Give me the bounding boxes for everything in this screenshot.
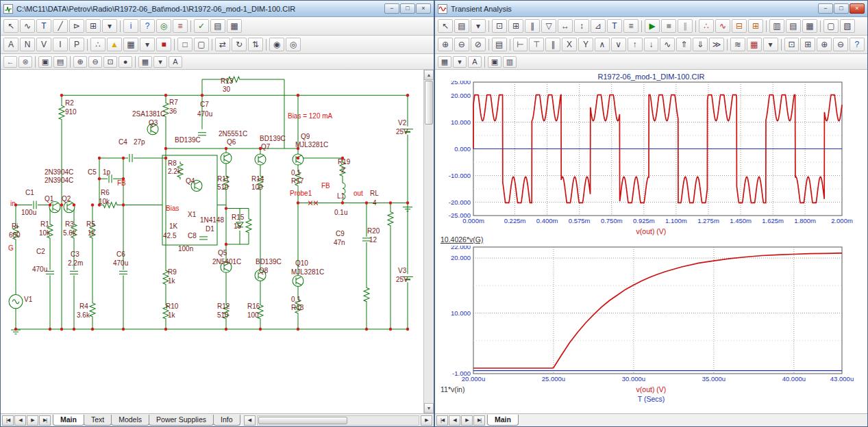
- peak-icon[interactable]: ∧: [595, 38, 610, 51]
- find-tool-icon[interactable]: ◉: [269, 38, 284, 51]
- cursor-mode-icon[interactable]: ∥: [525, 19, 540, 33]
- text-tool-icon[interactable]: T: [607, 19, 622, 33]
- select-tool-icon[interactable]: ↖: [438, 19, 453, 33]
- step-response-plot[interactable]: 20.000u25.000u30.000u35.000u40.000u43.00…: [435, 246, 867, 383]
- design-info-icon[interactable]: ▦: [227, 19, 242, 33]
- waveform-buffer-icon[interactable]: ≋: [730, 38, 745, 51]
- zoom-out-plot-icon[interactable]: ⊖: [833, 38, 848, 51]
- model-check-icon[interactable]: ✓: [194, 19, 209, 33]
- pan-mode-icon[interactable]: ⊞: [508, 19, 523, 33]
- scope-zoom-mode-icon[interactable]: ⊡: [492, 19, 507, 33]
- horizontal-scroll-thumb[interactable]: [258, 417, 347, 424]
- single-window-icon[interactable]: ▢: [823, 19, 839, 33]
- schematic-titlebar[interactable]: C:\MC11\DATA\Petrov\Radio\R1972-06_Bat\m…: [1, 1, 434, 17]
- data-points-icon[interactable]: ∴: [699, 19, 714, 33]
- grid-toggle-icon[interactable]: ▦: [123, 38, 138, 51]
- flag-tool-icon[interactable]: ⊳: [69, 19, 84, 33]
- font-icon[interactable]: A: [169, 56, 182, 68]
- tile-windows-icon[interactable]: ▧: [840, 19, 855, 33]
- scope-help-icon[interactable]: ?: [850, 38, 865, 51]
- warning-annotations-icon[interactable]: ▲: [107, 38, 122, 51]
- text-tool-icon[interactable]: T: [36, 19, 51, 33]
- hscroll-left-button[interactable]: ◀: [244, 415, 256, 426]
- zoom-in-plot-icon[interactable]: ⊕: [817, 38, 832, 51]
- copy-page-icon[interactable]: ▣: [488, 56, 501, 68]
- node-numbers-icon[interactable]: N: [20, 38, 35, 51]
- scroll-up-button[interactable]: ▲: [424, 70, 434, 80]
- node-voltages-icon[interactable]: V: [36, 38, 51, 51]
- split-view-icon[interactable]: ▦: [138, 56, 152, 68]
- vout-waveform-plot[interactable]: 0.000m0.225m0.400m0.575m0.750m0.925m1.10…: [435, 81, 867, 227]
- wire-tool-icon[interactable]: ∿: [20, 19, 35, 33]
- help-tool-icon[interactable]: ?: [140, 19, 155, 33]
- pause-icon[interactable]: ∥: [678, 19, 693, 33]
- zoom-select-icon[interactable]: ⊡: [103, 56, 117, 68]
- paste-from-clipboard-icon[interactable]: ▤: [53, 56, 67, 68]
- current-display-icon[interactable]: I: [53, 38, 68, 51]
- attribute-text-icon[interactable]: A: [3, 38, 18, 51]
- power-display-icon[interactable]: P: [69, 38, 84, 51]
- zoom-out-icon[interactable]: ⊖: [88, 56, 102, 68]
- vertical-tag-icon[interactable]: ↕: [574, 19, 589, 33]
- schematic-tab-models[interactable]: Models: [111, 415, 149, 426]
- schematic-canvas[interactable]: R29102SA1381CQ3R736C7470uR1330Bias = 120…: [1, 70, 423, 413]
- go-to-y-icon[interactable]: Y: [578, 38, 593, 51]
- point-tag-icon[interactable]: ▽: [541, 19, 556, 33]
- run-icon[interactable]: ▶: [645, 19, 660, 33]
- schematic-vertical-scrollbar[interactable]: ▲ ▼: [423, 70, 434, 413]
- color-swatch-icon[interactable]: ■: [156, 38, 171, 51]
- low-icon[interactable]: ↓: [644, 38, 659, 51]
- hscroll-right-button[interactable]: ▶: [421, 415, 432, 426]
- border-display-icon[interactable]: ▢: [194, 38, 209, 51]
- magnify-restore-icon[interactable]: ⊘: [471, 38, 486, 51]
- digital-paths-icon[interactable]: ≡: [173, 19, 188, 33]
- vertical-scroll-thumb[interactable]: [425, 81, 433, 125]
- token-display-icon[interactable]: ∿: [715, 19, 730, 33]
- first-page-button[interactable]: |◀: [436, 415, 448, 426]
- colors-dropdown-icon[interactable]: ▾: [763, 38, 778, 51]
- analysis-plot-area[interactable]: R1972-06_mod-1_DIM-100.CIR 0.000m0.225m0…: [435, 70, 867, 413]
- close-page-icon[interactable]: ⊗: [18, 56, 32, 68]
- snapshot-icon[interactable]: ●: [119, 56, 132, 68]
- tag-vertical-icon[interactable]: ⊤: [529, 38, 544, 51]
- align-cursors-icon[interactable]: ∥: [545, 38, 560, 51]
- go-to-x-icon[interactable]: X: [562, 38, 577, 51]
- restore-limits-icon[interactable]: ⊞: [800, 38, 815, 51]
- new-page-icon[interactable]: □: [177, 38, 193, 51]
- copy-to-clipboard-icon[interactable]: ▣: [38, 56, 52, 68]
- mirror-tool-icon[interactable]: ⇄: [215, 38, 230, 51]
- high-icon[interactable]: ↑: [628, 38, 643, 51]
- plus-mark-icon[interactable]: ⊞: [748, 19, 763, 33]
- last-page-button[interactable]: ▶|: [39, 415, 51, 426]
- previous-page-button[interactable]: ◀: [14, 415, 26, 426]
- minimize-button[interactable]: −: [384, 3, 399, 14]
- font-icon[interactable]: A: [468, 56, 482, 68]
- minimize-button[interactable]: −: [818, 3, 833, 14]
- schematic-tab-power-supplies[interactable]: Power Supplies: [149, 415, 214, 426]
- magnify-in-icon[interactable]: ⊕: [438, 38, 453, 51]
- clipboard-icon[interactable]: ▤: [454, 19, 469, 33]
- valley-icon[interactable]: ∨: [611, 38, 626, 51]
- ruler-icon[interactable]: ⊟: [732, 19, 747, 33]
- schematic-tab-main[interactable]: Main: [53, 415, 84, 426]
- first-page-button[interactable]: |◀: [2, 415, 14, 426]
- horizontal-axis-grids-icon[interactable]: ▥: [769, 19, 784, 33]
- vertical-axis-grids-icon[interactable]: ▤: [786, 19, 801, 33]
- line-tool-icon[interactable]: ╱: [53, 19, 68, 33]
- analysis-limits-icon[interactable]: ▤: [492, 38, 507, 51]
- next-page-button[interactable]: ▶: [27, 415, 38, 426]
- zoom-in-icon[interactable]: ⊕: [73, 56, 87, 68]
- plot-colors-icon[interactable]: ▦: [747, 38, 762, 51]
- global-low-icon[interactable]: ⇓: [693, 38, 708, 51]
- schematic-tab-text[interactable]: Text: [84, 415, 112, 426]
- performance-tag-icon[interactable]: ⊿: [591, 19, 606, 33]
- inflection-icon[interactable]: ∿: [660, 38, 675, 51]
- analysis-tab-main[interactable]: Main: [487, 415, 519, 426]
- grid-panel-icon[interactable]: ▦: [802, 19, 817, 33]
- analysis-titlebar[interactable]: Transient Analysis − □ ×: [435, 1, 867, 17]
- global-high-icon[interactable]: ⇑: [676, 38, 691, 51]
- flip-tool-icon[interactable]: ⇅: [248, 38, 263, 51]
- last-page-button[interactable]: ▶|: [473, 415, 485, 426]
- view-grid-icon[interactable]: ▦: [438, 56, 451, 68]
- view-dropdown-icon[interactable]: ▾: [453, 56, 467, 68]
